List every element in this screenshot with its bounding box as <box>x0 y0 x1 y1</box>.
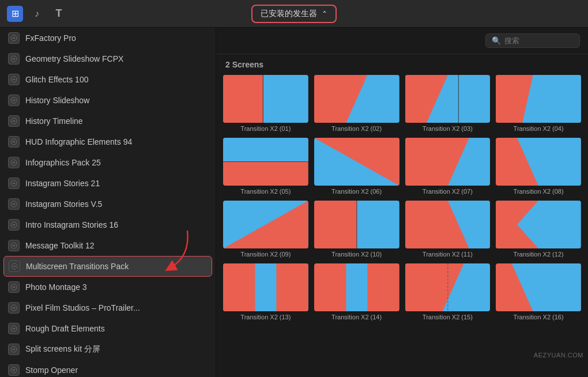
sidebar-item[interactable]: Photo Montage 3 <box>0 277 216 297</box>
grid-thumb <box>314 138 399 186</box>
item-icon <box>8 157 20 168</box>
sidebar-item-label: Multiscreen Transitions Pack <box>26 262 207 271</box>
top-bar-icons: ⊞ ♪ T <box>7 6 67 22</box>
item-icon <box>8 136 20 148</box>
sidebar-item[interactable]: Multiscreen Transitions Pack <box>3 256 212 277</box>
search-input[interactable] <box>504 36 574 45</box>
grid-item[interactable]: Transition X2 (10) <box>314 201 399 258</box>
main-body: FxFactory ProGeometry Slideshow FCPXGlit… <box>0 28 588 377</box>
text-icon[interactable]: T <box>51 6 67 22</box>
grid-item[interactable]: Transition X2 (06) <box>314 138 399 195</box>
grid-item[interactable]: Transition X2 (11) <box>405 201 491 258</box>
grid-item[interactable]: Transition X2 (05) <box>223 138 308 195</box>
sidebar-item[interactable]: Geometry Slideshow FCPX <box>0 48 216 69</box>
grid-item-label: Transition X2 (10) <box>331 251 382 258</box>
grid-item-label: Transition X2 (02) <box>331 125 382 132</box>
grid-item-label: Transition X2 (08) <box>514 188 564 195</box>
sidebar-item-label: Pixel Film Studios – ProTrailer... <box>25 303 208 312</box>
sidebar-item-label: Instagram Stories V.5 <box>25 199 208 209</box>
sidebar-item[interactable]: HUD Infographic Elements 94 <box>0 131 216 152</box>
grid-item[interactable]: Transition X2 (04) <box>496 75 581 132</box>
grid-item[interactable]: Transition X2 (07) <box>405 138 491 195</box>
grid-item[interactable]: Transition X2 (02) <box>314 75 399 132</box>
sidebar-item-label: Stomp Opener <box>25 365 208 375</box>
grid-thumb <box>496 201 581 248</box>
grid-item-label: Transition X2 (16) <box>514 314 564 321</box>
sidebar-item[interactable]: Intro Instagram Stories 16 <box>0 214 216 235</box>
item-icon <box>8 53 20 65</box>
grid-item[interactable]: Transition X2 (03) <box>405 75 491 132</box>
sidebar-item[interactable]: Message Toolkit 12 <box>0 235 216 256</box>
item-icon <box>8 74 20 85</box>
grid-item[interactable]: Transition X2 (08) <box>496 138 581 195</box>
sidebar: FxFactory ProGeometry Slideshow FCPXGlit… <box>0 28 216 377</box>
item-icon <box>8 32 20 44</box>
grid-thumb <box>314 263 399 311</box>
sidebar-item[interactable]: Infographics Pack 25 <box>0 152 216 173</box>
search-box: 🔍 <box>485 33 580 48</box>
sidebar-item-label: Infographics Pack 25 <box>25 158 208 167</box>
content-header: 🔍 <box>216 28 588 54</box>
grid-item[interactable]: Transition X2 (12) <box>496 201 581 258</box>
sidebar-item[interactable]: FxFactory Pro <box>0 28 216 48</box>
sidebar-item[interactable]: Glitch Effects 100 <box>0 69 216 90</box>
sidebar-item[interactable]: Split screens kit 分屏 <box>0 339 216 360</box>
item-icon <box>8 344 20 355</box>
item-icon <box>8 240 20 251</box>
grid-area: Transition X2 (01) Transition X2 (02) Tr… <box>216 73 588 377</box>
grid-item[interactable]: Transition X2 (15) <box>405 263 491 321</box>
sidebar-item-label: Photo Montage 3 <box>25 282 208 292</box>
grid-item[interactable]: Transition X2 (14) <box>314 263 399 321</box>
grid-row: Transition X2 (05) Transition X2 (06) Tr… <box>223 138 581 195</box>
item-icon <box>8 95 20 106</box>
svg-marker-37 <box>223 75 263 123</box>
grid-item[interactable]: Transition X2 (01) <box>223 75 308 132</box>
grid-thumb <box>405 138 491 186</box>
music-icon[interactable]: ♪ <box>29 6 45 22</box>
grid-item-label: Transition X2 (15) <box>423 314 473 321</box>
grid-item-label: Transition X2 (06) <box>331 188 382 195</box>
sidebar-item-label: Instagram Stories 21 <box>25 179 208 188</box>
grid-row: Transition X2 (13) Transition X2 (14) Tr… <box>223 263 581 321</box>
grid-row: Transition X2 (01) Transition X2 (02) Tr… <box>223 75 581 132</box>
sidebar-item[interactable]: Instagram Stories 21 <box>0 173 216 194</box>
svg-marker-67 <box>276 263 308 311</box>
sidebar-item-label: Glitch Effects 100 <box>25 75 208 84</box>
grid-thumb <box>496 138 581 186</box>
section-title: 2 Screens <box>216 54 588 73</box>
sidebar-item[interactable]: Pixel Film Studios – ProTrailer... <box>0 297 216 318</box>
sidebar-item[interactable]: History Slideshow <box>0 90 216 111</box>
sidebar-item[interactable]: History Timeline <box>0 111 216 131</box>
sidebar-item-label: Geometry Slideshow FCPX <box>25 54 208 63</box>
grid-item[interactable]: Transition X2 (13) <box>223 263 308 321</box>
svg-rect-59 <box>314 201 357 248</box>
grid-thumb <box>223 263 308 311</box>
watermark: AEZYUAN.COM <box>534 352 583 359</box>
grid-item-label: Transition X2 (09) <box>240 251 291 258</box>
grid-item[interactable]: Transition X2 (16) <box>496 263 581 321</box>
sidebar-item-label: Intro Instagram Stories 16 <box>25 220 208 229</box>
content-area: 🔍 2 Screens Transition X2 (01) Transitio… <box>216 28 588 377</box>
grid-item[interactable]: Transition X2 (09) <box>223 201 308 258</box>
sidebar-item[interactable]: Stomp Opener <box>0 360 216 377</box>
grid-thumb <box>223 138 308 186</box>
item-icon <box>8 323 20 334</box>
sidebar-item[interactable]: Rough Draft Elements <box>0 318 216 339</box>
item-icon <box>8 198 20 210</box>
item-icon <box>9 261 20 272</box>
svg-marker-66 <box>223 263 255 311</box>
grid-thumb <box>314 75 399 123</box>
item-icon <box>8 178 20 189</box>
search-icon: 🔍 <box>492 36 501 45</box>
sidebar-item-label: Message Toolkit 12 <box>25 241 208 250</box>
item-icon <box>8 302 20 314</box>
grid-item-label: Transition X2 (12) <box>514 251 564 258</box>
grid-item-label: Transition X2 (11) <box>423 251 473 258</box>
dropdown-label: 已安装的发生器 <box>261 9 317 19</box>
star-icon[interactable]: ⊞ <box>7 6 23 22</box>
generator-dropdown[interactable]: 已安装的发生器 ⌃ <box>251 5 337 23</box>
sidebar-item[interactable]: Instagram Stories V.5 <box>0 194 216 214</box>
grid-item-label: Transition X2 (14) <box>331 314 382 321</box>
chevron-down-icon: ⌃ <box>322 10 327 18</box>
svg-marker-69 <box>346 263 367 311</box>
